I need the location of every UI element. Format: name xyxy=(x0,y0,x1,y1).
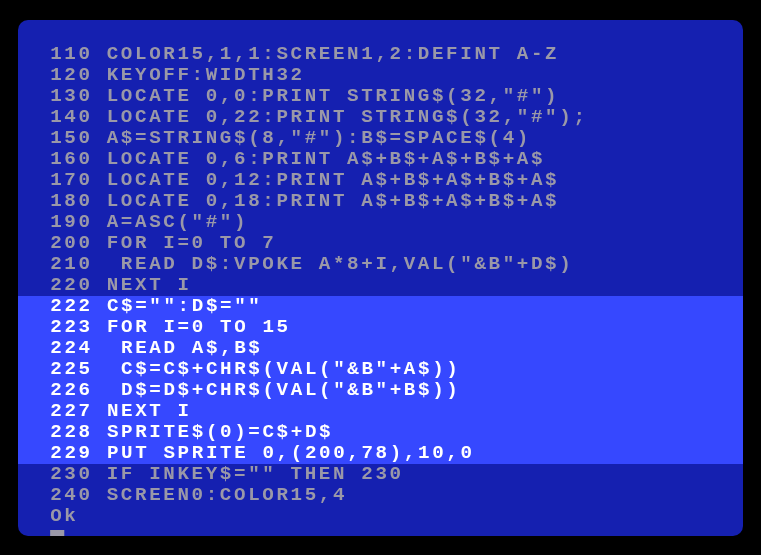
code-line: 190 A=ASC("#") xyxy=(36,212,732,233)
code-line: 228 SPRITE$(0)=C$+D$ xyxy=(18,422,743,443)
code-line: Ok xyxy=(36,506,732,527)
code-line: 140 LOCATE 0,22:PRINT STRING$(32,"#"); xyxy=(36,107,732,128)
code-line: 220 NEXT I xyxy=(36,275,732,296)
code-line: 160 LOCATE 0,6:PRINT A$+B$+A$+B$+A$ xyxy=(36,149,732,170)
code-line: 223 FOR I=0 TO 15 xyxy=(18,317,743,338)
code-line: 229 PUT SPRITE 0,(200,78),10,0 xyxy=(18,443,743,464)
terminal-content: 110 COLOR15,1,1:SCREEN1,2:DEFINT A-Z 120… xyxy=(36,44,725,536)
code-line: 130 LOCATE 0,0:PRINT STRING$(32,"#") xyxy=(36,86,732,107)
code-line: 226 D$=D$+CHR$(VAL("&B"+B$)) xyxy=(18,380,743,401)
code-line: 110 COLOR15,1,1:SCREEN1,2:DEFINT A-Z xyxy=(36,44,732,65)
code-line: 240 SCREEN0:COLOR15,4 xyxy=(36,485,732,506)
terminal-screen[interactable]: 110 COLOR15,1,1:SCREEN1,2:DEFINT A-Z 120… xyxy=(18,20,743,536)
code-line: 224 READ A$,B$ xyxy=(18,338,743,359)
code-line: 222 C$="":D$="" xyxy=(18,296,743,317)
code-line: 200 FOR I=0 TO 7 xyxy=(36,233,732,254)
code-line: 170 LOCATE 0,12:PRINT A$+B$+A$+B$+A$ xyxy=(36,170,732,191)
code-line: 227 NEXT I xyxy=(18,401,743,422)
code-line: 180 LOCATE 0,18:PRINT A$+B$+A$+B$+A$ xyxy=(36,191,732,212)
cursor-line xyxy=(36,527,732,536)
code-line: 230 IF INKEY$="" THEN 230 xyxy=(36,464,732,485)
code-line: 120 KEYOFF:WIDTH32 xyxy=(36,65,732,86)
code-line: 210 READ D$:VPOKE A*8+I,VAL("&B"+D$) xyxy=(36,254,732,275)
code-line: 150 A$=STRING$(8,"#"):B$=SPACE$(4) xyxy=(36,128,732,149)
cursor-icon xyxy=(50,530,64,536)
code-line: 225 C$=C$+CHR$(VAL("&B"+A$)) xyxy=(18,359,743,380)
